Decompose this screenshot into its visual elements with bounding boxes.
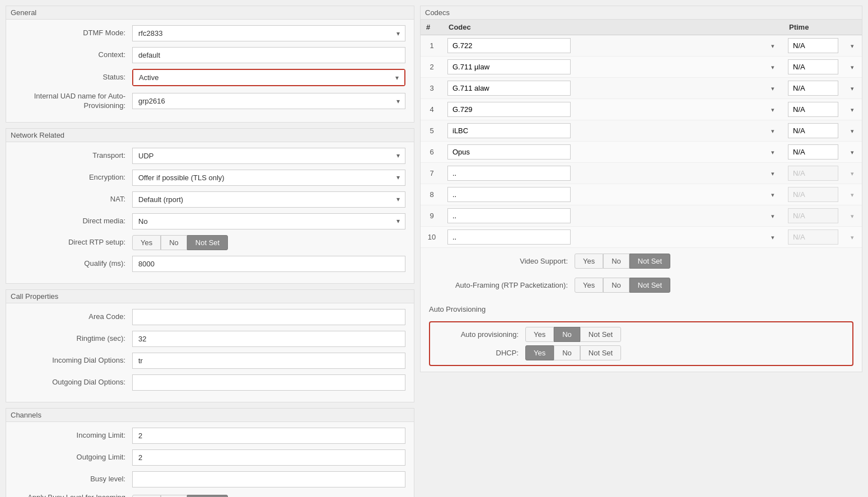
channels-title: Channels (6, 409, 414, 422)
area-code-row: Area Code: (15, 309, 405, 325)
dhcp-yes-btn[interactable]: Yes (525, 345, 554, 360)
dhcp-btngroup: Yes No Not Set (525, 345, 621, 360)
encryption-select[interactable]: Offer if possible (TLS only) (132, 170, 405, 186)
apply-busy-row: Apply Busy Level for Incoming Calls: Yes… (15, 493, 405, 497)
dhcp-notset-btn[interactable]: Not Set (580, 345, 621, 360)
ptime-select[interactable]: N/A (788, 229, 838, 245)
dhcp-no-btn[interactable]: No (554, 345, 580, 360)
auto-prov-no-btn[interactable]: No (554, 327, 580, 342)
incoming-limit-row: Incoming Limit: (15, 428, 405, 444)
context-input[interactable] (132, 47, 405, 63)
transport-select[interactable]: UDP (132, 148, 405, 164)
codec-select[interactable]: .. (447, 229, 571, 245)
ptime-col[interactable]: N/A ▾ (783, 120, 862, 142)
apply-busy-no-btn[interactable]: No (161, 495, 187, 497)
ptime-select[interactable]: N/A (788, 102, 838, 117)
table-row: 9 .. ▾ N/A ▾ (421, 205, 862, 227)
context-row: Context: (15, 47, 405, 63)
codec-col[interactable]: Opus ▾ (443, 142, 783, 163)
incoming-dial-row: Incoming Dial Options: (15, 353, 405, 369)
nat-row: NAT: Default (rport) (15, 191, 405, 208)
auto-prov-btngroup: Yes No Not Set (525, 327, 621, 342)
incoming-dial-input[interactable] (132, 353, 405, 369)
ptime-select[interactable]: N/A (788, 166, 838, 181)
ptime-select[interactable]: N/A (788, 144, 838, 160)
direct-rtp-yes-btn[interactable]: Yes (132, 235, 161, 250)
ptime-col[interactable]: N/A ▾ (783, 184, 862, 205)
dtmf-select[interactable]: rfc2833 (132, 25, 405, 41)
auto-framing-no-btn[interactable]: No (603, 278, 629, 293)
codec-select[interactable]: .. (447, 166, 571, 181)
ringtime-control (132, 331, 405, 347)
transport-row: Transport: UDP (15, 148, 405, 164)
video-support-no-btn[interactable]: No (603, 254, 629, 269)
context-control (132, 47, 405, 63)
codec-select[interactable]: G.711 µlaw (447, 59, 571, 74)
video-support-yes-btn[interactable]: Yes (575, 254, 603, 269)
col-num: # (421, 20, 443, 35)
direct-rtp-no-btn[interactable]: No (161, 235, 187, 250)
table-row: 5 iLBC ▾ N/A ▾ (421, 120, 862, 142)
apply-busy-notset-btn[interactable]: Not Set (187, 495, 228, 497)
auto-framing-row: Auto-Framing (RTP Packetization): Yes No… (421, 278, 862, 298)
codec-select[interactable]: G.711 alaw (447, 81, 571, 96)
codec-num: 5 (421, 120, 443, 142)
outgoing-limit-input[interactable] (132, 449, 405, 466)
dtmf-control: rfc2833 (132, 25, 405, 41)
codec-num: 8 (421, 184, 443, 205)
codec-col[interactable]: G.729 ▾ (443, 99, 783, 120)
incoming-limit-input[interactable] (132, 428, 405, 444)
area-code-input[interactable] (132, 309, 405, 325)
nat-select[interactable]: Default (rport) (132, 191, 405, 208)
codec-col[interactable]: .. ▾ (443, 205, 783, 227)
auto-prov-notset-btn[interactable]: Not Set (580, 327, 621, 342)
ringtime-input[interactable] (132, 331, 405, 347)
direct-rtp-label: Direct RTP setup: (15, 238, 132, 247)
ptime-select[interactable]: N/A (788, 81, 838, 96)
video-support-notset-btn[interactable]: Not Set (629, 254, 670, 269)
ptime-col[interactable]: N/A ▾ (783, 78, 862, 99)
direct-rtp-notset-btn[interactable]: Not Set (187, 235, 228, 250)
ptime-select[interactable]: N/A (788, 187, 838, 202)
table-row: 3 G.711 alaw ▾ N/A ▾ (421, 78, 862, 99)
auto-prov-yes-btn[interactable]: Yes (525, 327, 554, 342)
ptime-col[interactable]: N/A ▾ (783, 35, 862, 57)
network-title: Network Related (6, 129, 414, 142)
codec-select[interactable]: Opus (447, 144, 571, 160)
codec-col[interactable]: .. ▾ (443, 227, 783, 248)
internal-uad-select[interactable]: grp2616 (132, 93, 405, 109)
table-row: 8 .. ▾ N/A ▾ (421, 184, 862, 205)
codec-col[interactable]: .. ▾ (443, 184, 783, 205)
busy-level-input[interactable] (132, 471, 405, 487)
ptime-select[interactable]: N/A (788, 38, 838, 53)
outgoing-limit-control (132, 449, 405, 466)
codec-col[interactable]: G.711 alaw ▾ (443, 78, 783, 99)
codec-select[interactable]: iLBC (447, 123, 571, 138)
codec-col[interactable]: G.711 µlaw ▾ (443, 57, 783, 78)
incoming-limit-control (132, 428, 405, 444)
codec-col[interactable]: G.722 ▾ (443, 35, 783, 57)
outgoing-dial-input[interactable] (132, 374, 405, 391)
codec-col[interactable]: .. ▾ (443, 163, 783, 184)
ptime-col[interactable]: N/A ▾ (783, 99, 862, 120)
direct-media-select[interactable]: No (132, 213, 405, 229)
auto-framing-yes-btn[interactable]: Yes (575, 278, 603, 293)
codec-select[interactable]: .. (447, 208, 571, 223)
ptime-col[interactable]: N/A ▾ (783, 227, 862, 248)
status-select[interactable]: Active (133, 70, 404, 85)
ptime-select[interactable]: N/A (788, 123, 838, 138)
ptime-select[interactable]: N/A (788, 208, 838, 223)
auto-prov-title: Auto Provisioning (429, 305, 486, 313)
codec-select[interactable]: G.729 (447, 102, 571, 117)
apply-busy-yes-btn[interactable]: Yes (132, 495, 161, 497)
ptime-col[interactable]: N/A ▾ (783, 57, 862, 78)
qualify-input[interactable] (132, 256, 405, 272)
codec-col[interactable]: iLBC ▾ (443, 120, 783, 142)
auto-framing-notset-btn[interactable]: Not Set (629, 278, 670, 293)
ptime-col[interactable]: N/A ▾ (783, 142, 862, 163)
ptime-col[interactable]: N/A ▾ (783, 205, 862, 227)
codec-select[interactable]: G.722 (447, 38, 571, 53)
codec-select[interactable]: .. (447, 187, 571, 202)
ptime-select[interactable]: N/A (788, 59, 838, 74)
ptime-col[interactable]: N/A ▾ (783, 163, 862, 184)
